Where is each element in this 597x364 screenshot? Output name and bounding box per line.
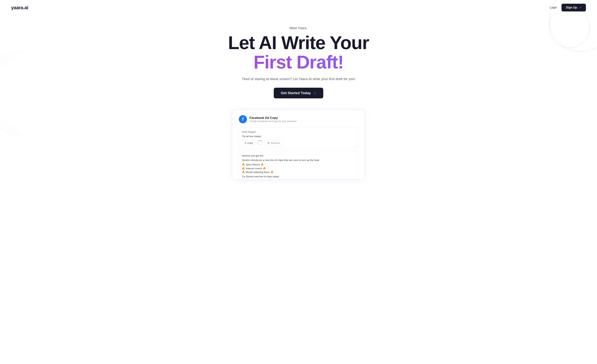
block1-remove-button[interactable]: 🗑 Remove <box>265 140 283 146</box>
block2-cta: Try Doritos new line of chips today! <box>242 175 355 179</box>
signup-button[interactable]: Sign Up → <box>562 4 586 11</box>
copy-icon: ⎘ <box>245 142 246 144</box>
trash-icon: 🗑 <box>267 142 270 144</box>
navbar: yaara.ai Login Sign Up → <box>0 0 597 15</box>
demo-wrapper: f Facebook Ad Copy Create Facebook Ad Co… <box>0 109 597 180</box>
block1-copy-button[interactable]: ⎘ Copy <box>242 140 256 146</box>
hero-section: Meet Yaara, Let AI Write Your First Draf… <box>0 15 597 109</box>
hero-subtitle: Meet Yaara, <box>8 26 589 30</box>
logo: yaara.ai <box>11 5 28 10</box>
arrow-icon: → <box>579 6 581 9</box>
login-button[interactable]: Login <box>550 6 557 9</box>
facebook-icon: f <box>239 115 247 123</box>
hero-description: Tired of staring at blank screen? Let Ya… <box>8 77 589 81</box>
block2-feature2: 🔥 Intense crunch 🔥 <box>242 167 355 170</box>
tool-desc: Create Facebook Ad Copy for your busines… <box>250 120 297 122</box>
block2-feature3: 🔥 Mouth-watering flavor 🔥 <box>242 170 355 174</box>
loading-spinner <box>258 140 263 145</box>
nav-right: Login Sign Up → <box>550 4 586 11</box>
tool-name: Facebook Ad Copy <box>250 116 297 120</box>
demo-header: f Facebook Ad Copy Create Facebook Ad Co… <box>239 115 358 123</box>
get-started-button[interactable]: Get Started Today → <box>274 88 323 99</box>
hero-title-line1: Let AI Write Your <box>8 33 589 53</box>
block1-actions: ⎘ Copy 🗑 Remove <box>242 140 355 146</box>
output-block-1: Chili Pepper Try all four today! ⌟ ⎘ Cop… <box>239 127 358 148</box>
block2-features: 🔥 Spicy flavors 🔥 🔥 Intense crunch 🔥 🔥 M… <box>242 163 355 174</box>
resize-handle-1: ⌟ <box>356 144 357 147</box>
block1-product: Chili Pepper <box>242 130 355 134</box>
block1-tagline: Try all four today! <box>242 135 355 138</box>
block2-intro2: Doritos introduces a new line of chips t… <box>242 158 355 162</box>
demo-card: f Facebook Ad Copy Create Facebook Ad Co… <box>232 109 365 180</box>
output-block-2: Nachos just got hot. Doritos introduces … <box>239 151 358 180</box>
block2-intro1: Nachos just got hot. <box>242 154 355 158</box>
hero-title-line2: First Draft! <box>8 53 589 72</box>
block2-feature1: 🔥 Spicy flavors 🔥 <box>242 163 355 167</box>
cta-arrow-icon: → <box>313 91 316 95</box>
